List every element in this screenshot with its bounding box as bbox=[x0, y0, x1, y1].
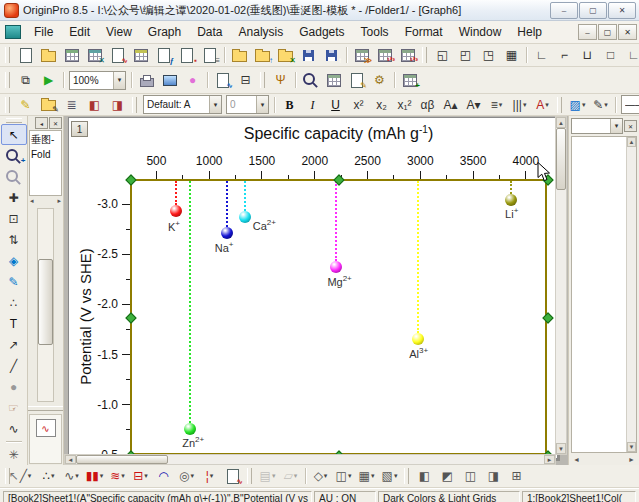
menu-item-window[interactable]: Window bbox=[451, 22, 510, 42]
font-color-button[interactable]: A▾ bbox=[531, 94, 554, 115]
new-box-axes-button[interactable]: □ bbox=[599, 45, 622, 66]
make-same-width-button[interactable]: ◫ bbox=[459, 466, 482, 487]
line-tool-button[interactable]: ╱ bbox=[1, 355, 27, 376]
superscript-button[interactable]: x² bbox=[347, 94, 370, 115]
pan-tool-button[interactable]: ☞ bbox=[1, 397, 27, 418]
text-align-dropdown-icon[interactable]: ▾ bbox=[499, 101, 503, 109]
menu-item-graph[interactable]: Graph bbox=[140, 22, 189, 42]
refresh-graph-button[interactable]: ▶ bbox=[37, 70, 60, 91]
new-left-right-axes-button[interactable]: ⊔ bbox=[576, 45, 599, 66]
menu-item-analysis[interactable]: Analysis bbox=[231, 22, 292, 42]
mdi-close-button[interactable]: ✕ bbox=[618, 24, 637, 40]
font-size-combo[interactable]: 0▾ bbox=[226, 95, 269, 114]
format-painter-button[interactable]: ✎ bbox=[14, 94, 37, 115]
unmask-data-button[interactable]: ◨ bbox=[106, 94, 129, 115]
menu-item-edit[interactable]: Edit bbox=[61, 22, 98, 42]
window-minimize-button[interactable]: – bbox=[550, 2, 578, 19]
right-dock-combo[interactable]: ▾ bbox=[571, 118, 623, 134]
data-point-al[interactable] bbox=[412, 333, 424, 345]
print-button[interactable] bbox=[135, 70, 158, 91]
align-left-edges-button[interactable]: ◧ bbox=[413, 466, 436, 487]
new-top-axis-button[interactable]: ⌐ bbox=[553, 45, 576, 66]
scroll-right-icon[interactable]: ► bbox=[544, 455, 555, 464]
expand-page-tool-button[interactable]: ✳ bbox=[1, 444, 27, 465]
toolbar-grip[interactable] bbox=[5, 97, 10, 113]
box-plot-dropdown-icon[interactable]: ▾ bbox=[144, 472, 148, 480]
annotation-tool-button[interactable]: ⊡ bbox=[1, 208, 27, 229]
menu-item-format[interactable]: Format bbox=[397, 22, 451, 42]
results-log-button[interactable] bbox=[322, 70, 345, 91]
scroll-down-icon[interactable]: ▼ bbox=[627, 442, 636, 452]
graph-page[interactable]: 1 Specific capacity (mAh g-1)Potential (… bbox=[68, 117, 558, 459]
zoom-in-tool-button[interactable]: + bbox=[1, 145, 27, 166]
project-explorer-close-button[interactable]: ✕ bbox=[49, 117, 62, 129]
insert-image-dropdown-icon[interactable]: ▾ bbox=[394, 472, 398, 480]
menu-item-data[interactable]: Data bbox=[189, 22, 230, 42]
line-border-color-dropdown-icon[interactable]: ▾ bbox=[604, 101, 608, 109]
fit-layers-to-page-button[interactable]: ◰ bbox=[454, 45, 477, 66]
underline-button[interactable]: U bbox=[324, 94, 347, 115]
line-symbol-plot-dropdown-icon[interactable]: ▾ bbox=[75, 472, 79, 480]
toolbar-grip[interactable] bbox=[132, 97, 137, 113]
project-explorer-item-0[interactable]: 垂图- bbox=[31, 132, 60, 148]
project-explorer-toggle-button[interactable]: Ψ bbox=[269, 70, 292, 91]
text-tool-button[interactable]: T bbox=[1, 313, 27, 334]
code-builder-button[interactable]: ⚙ bbox=[368, 70, 391, 91]
polar-plot-dropdown-icon[interactable]: ▾ bbox=[190, 472, 194, 480]
save-template-button[interactable]: ↑ bbox=[320, 45, 343, 66]
chevron-down-icon[interactable]: ▾ bbox=[610, 119, 622, 133]
area-plot-button[interactable]: ◠ bbox=[152, 466, 175, 487]
uniform-spacing-button[interactable]: ⊞ bbox=[505, 466, 528, 487]
scroll-up-icon[interactable]: ▲ bbox=[556, 117, 566, 128]
distribute-columns-dropdown-icon[interactable]: ▾ bbox=[523, 101, 527, 109]
project-explorer-item-1[interactable]: Fold bbox=[31, 148, 60, 161]
video-capture-button[interactable]: ● bbox=[181, 70, 204, 91]
duplicate-window-button[interactable]: ⧉ bbox=[14, 70, 37, 91]
project-explorer-hscroll[interactable]: ◂ ▸ bbox=[28, 196, 63, 206]
align-top-edges-button[interactable]: ◩ bbox=[436, 466, 459, 487]
toolbar-grip[interactable] bbox=[5, 47, 10, 63]
copy-format-button[interactable]: ✎ bbox=[37, 94, 60, 115]
zoom-level-dropdown-icon[interactable]: ▾ bbox=[113, 72, 125, 89]
import-multiple-ascii-button[interactable]: ¹²³ bbox=[396, 45, 419, 66]
draw-polygon-dropdown-icon[interactable]: ▾ bbox=[324, 472, 328, 480]
fill-color-button[interactable]: ▨▾ bbox=[566, 94, 589, 115]
axes-frame[interactable] bbox=[130, 179, 547, 455]
new-function-button[interactable]: ƒ bbox=[152, 45, 175, 66]
open-button[interactable] bbox=[228, 45, 251, 66]
add-color-scale-dropdown-icon[interactable]: ▾ bbox=[272, 472, 276, 480]
data-reader-tool-button[interactable]: ⇅ bbox=[1, 229, 27, 250]
window-restore-button[interactable]: ▢ bbox=[579, 2, 607, 19]
menu-item-help[interactable]: Help bbox=[509, 22, 550, 42]
sub-superscript-button[interactable]: x₁² bbox=[393, 94, 416, 115]
line-symbol-plot-button[interactable]: ∿▾ bbox=[60, 466, 83, 487]
add-table-button[interactable]: ▦▾ bbox=[355, 466, 378, 487]
fill-color-dropdown-icon[interactable]: ▾ bbox=[582, 101, 586, 109]
screen-reader-tool-button[interactable]: ✚ bbox=[1, 187, 27, 208]
toolbar-grip[interactable] bbox=[247, 468, 252, 484]
new-excel-button[interactable] bbox=[129, 45, 152, 66]
right-dock-close-button[interactable]: ✕ bbox=[624, 120, 637, 132]
scroll-left-icon[interactable]: ◄ bbox=[573, 456, 580, 463]
polar-plot-button[interactable]: ◎▾ bbox=[175, 466, 198, 487]
new-notes-button[interactable]: ≡ bbox=[198, 45, 221, 66]
open-excel-button[interactable]: ✕ bbox=[274, 45, 297, 66]
increase-font-button[interactable]: A▴ bbox=[439, 94, 462, 115]
new-left-axis-button[interactable]: ∟ bbox=[530, 45, 553, 66]
import-ascii-button[interactable]: ¹²³ bbox=[373, 45, 396, 66]
add-new-columns-button[interactable]: + bbox=[398, 70, 421, 91]
toolbar-grip[interactable] bbox=[5, 72, 10, 88]
scrollbar-thumb[interactable] bbox=[556, 128, 566, 190]
import-wizard-button[interactable]: ≫ bbox=[350, 45, 373, 66]
data-point-ca[interactable] bbox=[239, 211, 251, 223]
new-graph-button[interactable]: ∿ bbox=[106, 45, 129, 66]
add-graph-object-dropdown-icon[interactable]: ▾ bbox=[294, 472, 298, 480]
menu-item-gadgets[interactable]: Gadgets bbox=[291, 22, 352, 42]
stock-plot-button[interactable]: ¦▾ bbox=[198, 466, 221, 487]
graph-hscrollbar[interactable]: ◄ ► bbox=[64, 454, 556, 465]
line-plot-button[interactable]: ╱▾ bbox=[14, 466, 37, 487]
data-selector-tool-button[interactable]: ◈ bbox=[1, 250, 27, 271]
script-window-button[interactable]: ✎ bbox=[345, 70, 368, 91]
menu-item-tools[interactable]: Tools bbox=[353, 22, 397, 42]
arrange-layers-button[interactable]: ◳ bbox=[477, 45, 500, 66]
